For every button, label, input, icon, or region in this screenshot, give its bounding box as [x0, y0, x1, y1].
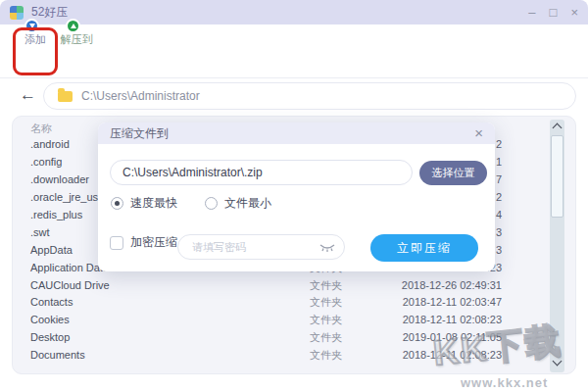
eye-closed-icon[interactable] [319, 243, 335, 253]
scrollbar-thumb[interactable] [551, 135, 564, 218]
table-row[interactable]: Desktop文件夹2019-01-08 02:11:05 [13, 329, 575, 347]
encrypt-checkbox[interactable] [110, 236, 123, 250]
add-button-label: 添加 [15, 32, 56, 47]
arrow-up-icon [66, 19, 80, 33]
file-date: 2 [496, 136, 502, 154]
dialog-header: 压缩文件到 × [98, 122, 495, 144]
add-button[interactable]: 添加 [15, 29, 56, 47]
file-date: 2018-12-11 02:03:47 [403, 294, 502, 312]
file-name: CAUCloud Drive [30, 277, 110, 295]
file-name: .redis_plus [30, 207, 82, 224]
window-title: 52好压 [31, 4, 68, 21]
title-bar: 52好压 – □ × [0, 0, 588, 24]
dialog-title: 压缩文件到 [110, 125, 169, 142]
table-row[interactable]: Contacts文件夹2018-12-11 02:03:47 [13, 294, 575, 312]
password-input[interactable] [180, 236, 316, 258]
file-name: .downloader [30, 172, 89, 189]
watermark-site-text: www.kkx.net [461, 375, 548, 390]
maximize-button[interactable]: □ [550, 0, 558, 24]
file-date: 1 [496, 154, 502, 172]
arrow-down-icon [24, 19, 39, 33]
file-date: 2018-12-26 02:49:31 [402, 277, 502, 295]
file-date: 7 [496, 172, 502, 189]
file-date: 3 [496, 242, 502, 260]
radio-smallest-file[interactable]: 文件最小 [205, 195, 271, 212]
extract-button-label: 解压到 [56, 32, 97, 47]
address-input[interactable]: C:\Users\Administrator [43, 82, 576, 110]
file-date: 2 [496, 189, 502, 207]
file-name: AppData [30, 242, 73, 260]
file-type: 文件夹 [310, 347, 342, 365]
compression-options: 速度最快 文件最小 [111, 195, 271, 212]
table-row[interactable]: Cookies文件夹2018-12-11 02:08:23 [13, 312, 575, 329]
file-name: Documents [30, 347, 85, 365]
table-row[interactable]: CAUCloud Drive文件夹2018-12-26 02:49:31 [13, 277, 575, 295]
file-name: .oracle_jre_usa [30, 189, 104, 207]
file-name: .config [30, 154, 62, 172]
file-date: 2019-01-08 02:11:05 [403, 329, 502, 347]
minimize-button[interactable]: – [528, 0, 535, 24]
radio-fastest-speed[interactable]: 速度最快 [111, 195, 177, 212]
encrypt-label: 加密压缩 [130, 234, 177, 251]
file-name: Contacts [30, 294, 73, 312]
current-path: C:\Users\Administrator [81, 89, 200, 103]
radio-unselected-icon [205, 197, 218, 210]
file-date: 3 [496, 224, 502, 242]
scroll-down-icon[interactable] [553, 357, 563, 367]
file-name: .android [30, 136, 70, 154]
file-type: 文件夹 [310, 329, 342, 347]
file-date: 2018-12-11 02:08:23 [403, 347, 502, 365]
folder-icon [58, 91, 73, 102]
file-type: 文件夹 [310, 294, 342, 312]
toolbar: 添加 解压到 [0, 24, 588, 78]
file-name: Cookies [30, 312, 70, 329]
app-logo-icon [10, 6, 24, 20]
choose-location-button[interactable]: 选择位置 [419, 161, 487, 185]
file-type: 文件夹 [310, 277, 342, 295]
password-field-wrap [177, 234, 345, 260]
archive-path-input[interactable] [110, 160, 413, 185]
scrollbar[interactable] [550, 120, 564, 372]
compress-dialog: 压缩文件到 × 选择位置 速度最快 文件最小 加密压缩 立即压缩 [98, 122, 495, 271]
file-name: Desktop [30, 329, 70, 347]
file-type: 文件夹 [310, 312, 342, 329]
encrypt-option: 加密压缩 [110, 234, 177, 251]
address-bar: ← C:\Users\Administrator [0, 79, 588, 115]
extract-to-button[interactable]: 解压到 [56, 29, 97, 47]
scroll-up-icon[interactable] [553, 123, 563, 133]
radio-selected-icon [111, 197, 123, 210]
close-button[interactable]: × [570, 0, 578, 24]
compress-now-button[interactable]: 立即压缩 [370, 234, 478, 262]
file-date: 4 [496, 207, 502, 224]
table-row[interactable]: Documents文件夹2018-12-11 02:08:23 [13, 347, 575, 365]
file-name: .swt [30, 224, 50, 242]
back-arrow-icon[interactable]: ← [20, 85, 36, 105]
dialog-close-icon[interactable]: × [474, 122, 483, 144]
file-date: 2018-12-11 02:08:23 [403, 312, 502, 329]
